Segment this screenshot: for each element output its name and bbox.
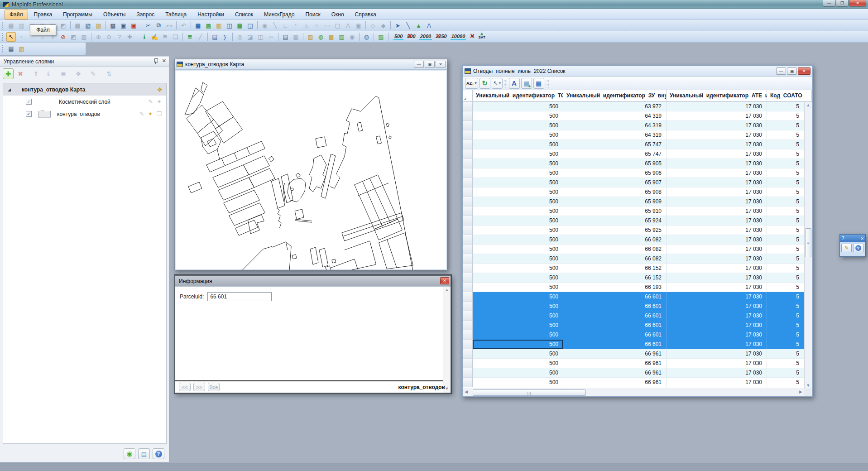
table-cell[interactable]: 5 [767, 168, 804, 178]
menu-item-Таблица[interactable]: Таблица [160, 10, 192, 19]
table-cell[interactable]: 65 909 [563, 197, 667, 207]
new-map-icon[interactable]: ▩ [204, 21, 213, 30]
table-cell[interactable]: 17 030 [667, 140, 767, 149]
new-graph-icon[interactable]: ▥ [214, 21, 224, 30]
table-cell[interactable]: 500 [473, 149, 563, 159]
open-table-icon[interactable]: ▥ [17, 21, 26, 30]
list-windows-button[interactable]: ▤ [138, 448, 150, 459]
scroll-up-icon[interactable]: ▲ [805, 103, 812, 107]
table-cell[interactable]: 17 030 [667, 149, 767, 159]
frame-tool-icon[interactable]: ▣ [354, 21, 363, 30]
toolbar-grip[interactable] [2, 45, 4, 53]
parceluid-input[interactable] [207, 292, 272, 301]
row-selector[interactable] [463, 311, 473, 321]
cut-icon[interactable]: ✂ [144, 21, 153, 30]
row-selector[interactable] [463, 149, 473, 159]
table-cell[interactable]: 500 [473, 111, 563, 121]
row-selector[interactable] [463, 207, 473, 216]
table-cell[interactable]: 65 910 [563, 207, 667, 216]
print-pdf-icon[interactable]: ▣ [129, 21, 139, 30]
layer-label-icon[interactable]: ✎ [88, 68, 99, 79]
save-workspace-icon[interactable]: ▧ [83, 21, 93, 30]
text-tool-icon[interactable]: A [343, 21, 353, 30]
map-close-button[interactable]: ✕ [436, 61, 446, 68]
info-icon[interactable]: ℹ [139, 32, 149, 42]
minimize-button[interactable]: — [823, 0, 835, 7]
table-cell[interactable]: 5 [767, 321, 804, 330]
zoom-question-icon[interactable]: ? [115, 32, 124, 42]
restore-button[interactable]: ❐ [836, 0, 849, 7]
table-cell[interactable]: 65 908 [563, 187, 667, 197]
table-cell[interactable]: 500 [473, 226, 563, 235]
table-cell[interactable]: 500 [473, 140, 563, 149]
table-cell[interactable]: 66 082 [563, 245, 667, 254]
table-cell[interactable]: 17 030 [667, 130, 767, 140]
mg-shield-icon[interactable]: ◉ [347, 32, 357, 42]
select-icon[interactable]: ↖ [6, 32, 16, 42]
table-cell[interactable]: 66 152 [563, 273, 667, 283]
rectangle-tool-icon[interactable]: ▭ [322, 21, 332, 30]
select-all-corner[interactable] [463, 90, 473, 101]
table-cell[interactable]: 17 030 [667, 311, 767, 321]
table-cell[interactable]: 64 319 [563, 111, 667, 121]
new-redistrict-icon[interactable]: ▦ [235, 21, 245, 30]
table-cell[interactable]: 66 601 [563, 330, 667, 340]
browser-close-button[interactable]: ✕ [798, 67, 810, 75]
table-cell[interactable]: 66 601 [563, 311, 667, 321]
table-cell[interactable]: 17 030 [667, 235, 767, 245]
table-cell[interactable]: 66 961 [563, 368, 667, 378]
scale-button-500[interactable]: 500 [406, 33, 416, 40]
symbol-tool-icon[interactable]: ◉ [260, 21, 269, 30]
row-selector[interactable] [463, 330, 473, 340]
row-selector[interactable] [463, 359, 473, 368]
menu-item-МинскГрадо[interactable]: МинскГрадо [259, 10, 299, 19]
map-restore-button[interactable]: ▣ [425, 61, 435, 68]
map-minimize-button[interactable]: — [414, 61, 424, 68]
table-cell[interactable]: 17 030 [667, 102, 767, 111]
polyline-tool-icon[interactable]: ∟ [281, 21, 290, 30]
table-cell[interactable]: 500 [473, 159, 563, 168]
menu-item-Файл[interactable]: Файл [5, 10, 28, 19]
table-cell[interactable]: 500 [473, 168, 563, 178]
pin-icon[interactable] [153, 58, 158, 64]
scroll-up-icon[interactable]: ▲ [443, 288, 451, 292]
table-cell[interactable]: 17 030 [667, 121, 767, 130]
sort-button[interactable]: AZ↓▾ [465, 78, 478, 89]
column-header[interactable]: Код_СОАТО [767, 90, 812, 101]
row-selector[interactable] [463, 273, 473, 283]
table-cell[interactable]: 500 [473, 292, 563, 302]
map-window-titlebar[interactable]: контура_отводов Карта — ▣ ✕ [175, 59, 447, 70]
table-cell[interactable]: 65 906 [563, 168, 667, 178]
row-selector[interactable] [463, 302, 473, 311]
table-cell[interactable]: 500 [473, 273, 563, 283]
marquee-select-icon[interactable]: ▫ [17, 32, 26, 42]
table-cell[interactable]: 66 082 [563, 235, 667, 245]
info-nav-button->>[interactable]: >> [193, 383, 205, 391]
browser-restore-button[interactable]: ▣ [787, 67, 797, 75]
table-cell[interactable]: 66 601 [563, 321, 667, 330]
append-rows-button[interactable]: ▦ [521, 78, 532, 89]
table-cell[interactable]: 17 030 [667, 254, 767, 264]
table-cell[interactable]: 500 [473, 302, 563, 311]
table-cell[interactable]: 64 319 [563, 130, 667, 140]
row-selector[interactable] [463, 283, 473, 292]
row-selector[interactable] [463, 121, 473, 130]
table-cell[interactable]: 17 030 [667, 207, 767, 216]
table-cell[interactable]: 5 [767, 283, 804, 292]
open-wfs-icon[interactable]: ◩ [58, 21, 68, 30]
line-tool-icon[interactable]: ╲ [270, 21, 280, 30]
row-selector[interactable] [463, 102, 473, 111]
table-cell[interactable]: 17 030 [667, 321, 767, 330]
table-cell[interactable]: 65 907 [563, 178, 667, 187]
row-selector[interactable] [463, 159, 473, 168]
row-selector[interactable] [463, 197, 473, 207]
expand-triangle-icon[interactable]: ◢ [8, 87, 11, 92]
apply-button[interactable]: ◉ [124, 448, 135, 459]
row-selector[interactable] [463, 321, 473, 330]
line-style-icon[interactable]: ╲ [403, 21, 413, 30]
table-cell[interactable]: 17 030 [667, 359, 767, 368]
clip-region-icon[interactable]: ◫ [256, 32, 265, 42]
table-cell[interactable]: 500 [473, 359, 563, 368]
table-cell[interactable]: 5 [767, 149, 804, 159]
table-cell[interactable]: 5 [767, 311, 804, 321]
